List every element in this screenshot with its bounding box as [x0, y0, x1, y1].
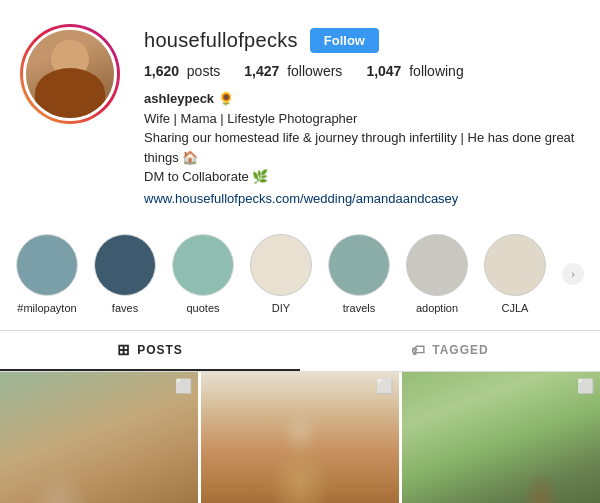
bio-name: ashleypeck	[144, 91, 214, 106]
posts-stat[interactable]: 1,620 posts	[144, 63, 220, 79]
followers-count: 1,427	[244, 63, 279, 79]
save-icon-3: ⬜	[577, 378, 594, 394]
highlight-item-milopayton[interactable]: #milopayton	[16, 234, 78, 314]
followers-label: followers	[287, 63, 342, 79]
following-count: 1,047	[366, 63, 401, 79]
highlight-item-diy[interactable]: DIY	[250, 234, 312, 314]
tab-tagged[interactable]: 🏷 TAGGED	[300, 331, 600, 371]
posts-tab-icon: ⊞	[117, 341, 131, 359]
highlight-label-diy: DIY	[272, 302, 290, 314]
posts-count: 1,620	[144, 63, 179, 79]
bio-line1: Wife | Mama | Lifestyle Photographer	[144, 109, 580, 129]
highlight-circle-diy	[250, 234, 312, 296]
bio-emoji: 🌻	[218, 91, 234, 106]
highlight-label-travels: travels	[343, 302, 375, 314]
profile-info: housefullofpecks Follow 1,620 posts 1,42…	[144, 24, 580, 208]
tagged-tab-label: TAGGED	[432, 343, 488, 357]
highlight-label-adoption: adoption	[416, 302, 458, 314]
bio-name-row: ashleypeck 🌻	[144, 89, 580, 109]
highlight-item-cjla[interactable]: CJLA	[484, 234, 546, 314]
bio-line2: Sharing our homestead life & journey thr…	[144, 128, 580, 167]
highlight-circle-quotes	[172, 234, 234, 296]
posts-label: posts	[187, 63, 220, 79]
highlight-circle-travels	[328, 234, 390, 296]
photo-grid: ⬜ ⬜ ⬜	[0, 372, 600, 503]
highlight-item-quotes[interactable]: quotes	[172, 234, 234, 314]
highlight-item-faves[interactable]: faves	[94, 234, 156, 314]
highlight-item-adoption[interactable]: adoption	[406, 234, 468, 314]
following-label: following	[409, 63, 463, 79]
highlight-circle-adoption	[406, 234, 468, 296]
photo-cell-1[interactable]: ⬜	[0, 372, 198, 503]
save-icon-1: ⬜	[175, 378, 192, 394]
highlights-scroll: #milopayton faves quotes DIY travels ado…	[16, 234, 558, 314]
profile-section: housefullofpecks Follow 1,620 posts 1,42…	[0, 0, 600, 224]
highlight-circle-faves	[94, 234, 156, 296]
bio-line3: DM to Collaborate 🌿	[144, 167, 580, 187]
tagged-tab-icon: 🏷	[411, 342, 426, 358]
avatar-image	[26, 30, 114, 118]
save-icon-2: ⬜	[376, 378, 393, 394]
username: housefullofpecks	[144, 29, 298, 52]
avatar-ring[interactable]	[20, 24, 120, 124]
avatar	[23, 27, 117, 121]
highlight-label-cjla: CJLA	[502, 302, 529, 314]
tab-posts[interactable]: ⊞ POSTS	[0, 331, 300, 371]
highlight-label-faves: faves	[112, 302, 138, 314]
photo-cell-2[interactable]: ⬜	[201, 372, 399, 503]
highlights-section: #milopayton faves quotes DIY travels ado…	[0, 224, 600, 330]
tabs-section: ⊞ POSTS 🏷 TAGGED	[0, 330, 600, 372]
following-stat[interactable]: 1,047 following	[366, 63, 463, 79]
profile-top-row: housefullofpecks Follow	[144, 28, 580, 53]
highlight-circle-milopayton	[16, 234, 78, 296]
bio-section: ashleypeck 🌻 Wife | Mama | Lifestyle Pho…	[144, 89, 580, 208]
followers-stat[interactable]: 1,427 followers	[244, 63, 342, 79]
posts-tab-label: POSTS	[137, 343, 183, 357]
highlights-next-button[interactable]: ›	[562, 263, 584, 285]
highlight-label-milopayton: #milopayton	[17, 302, 76, 314]
bio-link[interactable]: www.housefullofpecks.com/wedding/amandaa…	[144, 189, 580, 209]
highlight-label-quotes: quotes	[186, 302, 219, 314]
highlight-circle-cjla	[484, 234, 546, 296]
follow-button[interactable]: Follow	[310, 28, 379, 53]
highlight-item-travels[interactable]: travels	[328, 234, 390, 314]
stats-row: 1,620 posts 1,427 followers 1,047 follow…	[144, 63, 580, 79]
photo-cell-3[interactable]: ⬜	[402, 372, 600, 503]
